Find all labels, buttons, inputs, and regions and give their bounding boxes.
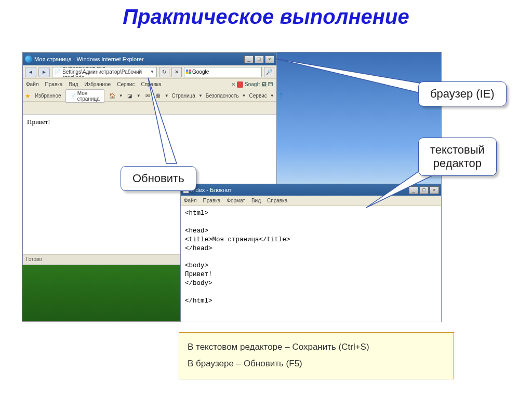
snagit-ext1-icon[interactable]: 🖽	[261, 81, 267, 87]
instruction-line-1: В текстовом редакторе – Сохранить (Ctrl+…	[188, 339, 445, 355]
feeds-icon[interactable]: ◪	[126, 92, 134, 100]
ie-page-icon: 📄	[55, 69, 61, 75]
google-icon	[186, 70, 191, 75]
snagit-addon[interactable]: ✕ SnagIt 🖽 🗔	[231, 81, 273, 88]
back-button[interactable]: ◄	[25, 67, 36, 77]
np-menu-format[interactable]: Формат	[227, 198, 245, 203]
toolbar-security[interactable]: Безопасность	[206, 93, 239, 99]
callout-refresh-pointer	[143, 75, 195, 174]
np-menu-help[interactable]: Справка	[267, 198, 287, 203]
menu-edit[interactable]: Правка	[45, 81, 63, 87]
snagit-icon	[237, 81, 243, 88]
instruction-box: В текстовом редакторе – Сохранить (Ctrl+…	[179, 332, 454, 379]
search-provider: Google	[192, 69, 209, 75]
ie-icon	[25, 56, 32, 63]
callout-browser: браузер (IE)	[418, 81, 507, 106]
tab-title: Моя страница	[77, 90, 100, 102]
favorites-star-icon[interactable]: ★	[25, 92, 31, 100]
notepad-title-text: index - Блокнот	[191, 187, 232, 193]
ie-title-text: Моя страница - Windows Internet Explorer	[34, 56, 144, 62]
svg-marker-5	[275, 59, 429, 95]
menu-file[interactable]: Файл	[26, 81, 39, 87]
address-bar[interactable]: 📄 C:\Documents and Settings\Администрато…	[52, 67, 157, 77]
menu-service[interactable]: Сервис	[117, 81, 135, 87]
instruction-line-2: В браузере – Обновить (F5)	[188, 355, 445, 372]
snagit-label: SnagIt	[245, 81, 260, 87]
menu-favorites[interactable]: Избранное	[84, 81, 111, 87]
svg-rect-0	[186, 70, 188, 72]
menu-view[interactable]: Вид	[69, 81, 78, 87]
svg-rect-2	[186, 72, 188, 74]
callout-editor: текстовый редактор	[418, 138, 497, 176]
callout-refresh: Обновить	[121, 166, 196, 191]
notepad-content[interactable]: <html> <head> <title>Моя страница</title…	[181, 206, 441, 309]
minimize-button[interactable]: _	[244, 56, 254, 63]
home-icon[interactable]: 🏠	[109, 92, 116, 100]
tab-page-icon: 📄	[70, 93, 76, 99]
address-dropdown[interactable]: ▼	[150, 70, 154, 74]
ie-titlebar[interactable]: Моя страница - Windows Internet Explorer…	[23, 53, 276, 65]
address-text: C:\Documents and Settings\Администратор\…	[62, 67, 149, 77]
np-menu-edit[interactable]: Правка	[203, 198, 221, 203]
toolbar-service[interactable]: Сервис	[249, 93, 267, 99]
slide-title: Практическое выполнение	[0, 5, 532, 29]
forward-button[interactable]: ►	[38, 67, 50, 77]
ie-tab[interactable]: 📄 Моя страница	[65, 89, 104, 103]
svg-rect-3	[189, 72, 191, 74]
callout-browser-pointer	[273, 56, 434, 103]
favorites-label[interactable]: Избранное	[35, 93, 61, 99]
np-menu-file[interactable]: Файл	[184, 198, 197, 203]
maximize-button[interactable]: □	[255, 56, 264, 63]
svg-marker-4	[148, 78, 177, 163]
search-box[interactable]: Google	[184, 67, 262, 77]
svg-rect-1	[189, 70, 191, 72]
np-menu-view[interactable]: Вид	[251, 198, 261, 203]
